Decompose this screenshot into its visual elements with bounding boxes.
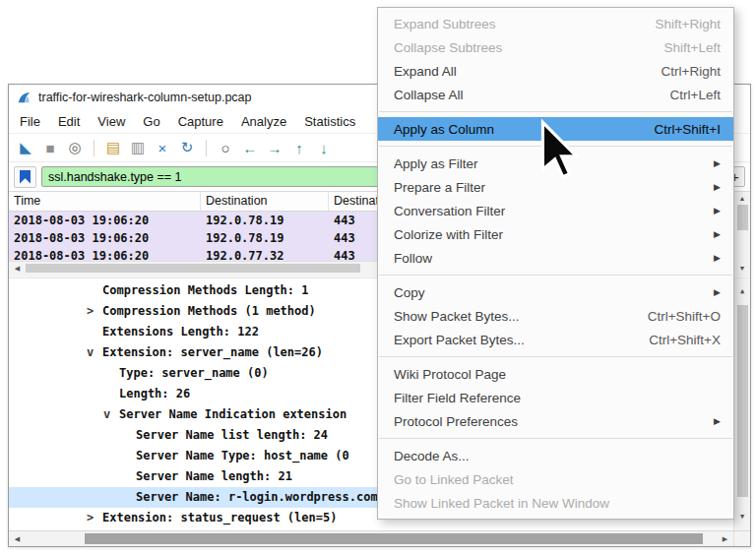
filter-bookmark-button[interactable] <box>14 166 36 188</box>
go-to-first-icon[interactable]: ↑ <box>288 137 310 158</box>
go-to-last-icon[interactable]: ↓ <box>313 137 335 158</box>
context-menu: Expand SubtreesShift+RightCollapse Subtr… <box>377 7 734 520</box>
menu-item-label: Decode As... <box>394 449 721 463</box>
submenu-arrow-icon: ▶ <box>714 287 721 297</box>
menu-separator <box>379 356 732 357</box>
menu-item-show-packet-bytes[interactable]: Show Packet Bytes...Ctrl+Shift+O <box>378 304 733 328</box>
detail-line-text: Extensions Length: 122 <box>102 325 259 339</box>
packet-list-vscrollbar[interactable]: ▲ ▼ <box>733 192 750 275</box>
menu-item-label: Protocol Preferences <box>394 414 704 429</box>
hscroll-thumb[interactable] <box>85 533 703 544</box>
cell-destination: 192.0.78.19 <box>201 229 329 247</box>
menu-separator <box>379 438 732 439</box>
menu-item-filter-field-reference[interactable]: Filter Field Reference <box>378 386 733 409</box>
scroll-up-icon[interactable]: ▲ <box>739 195 746 202</box>
stop-capture-icon[interactable]: ■ <box>39 137 61 158</box>
toolbar-separator <box>94 140 94 156</box>
detail-line-text: Extension: status_request (len=5) <box>102 511 337 524</box>
detail-line-text: Server Name: r-login.wordpress.com <box>136 490 378 504</box>
menubar-item-statistics[interactable]: Statistics <box>295 111 364 132</box>
detail-line-text: Extension: server_name (len=26) <box>102 345 323 359</box>
go-forward-icon[interactable]: → <box>264 137 285 158</box>
menu-item-conversation-filter[interactable]: Conversation Filter▶ <box>378 199 733 222</box>
reload-icon[interactable]: ↻ <box>176 137 198 158</box>
detail-line-text: Server Name Type: host_name (0 <box>136 449 349 462</box>
menu-item-expand-all[interactable]: Expand AllCtrl+Right <box>378 59 733 83</box>
hscroll-track[interactable] <box>26 531 717 546</box>
menubar-item-capture[interactable]: Capture <box>169 111 232 132</box>
menu-item-label: Go to Linked Packet <box>394 472 721 487</box>
menu-item-shortcut: Ctrl+Shift+X <box>649 333 721 347</box>
vscroll-thumb[interactable] <box>737 205 748 230</box>
open-file-icon[interactable]: ▤ <box>102 137 124 158</box>
menu-item-go-to-linked-packet: Go to Linked Packet <box>378 467 733 491</box>
menu-item-shortcut: Shift+Left <box>664 40 721 55</box>
menu-item-label: Wiki Protocol Page <box>394 367 721 382</box>
menu-item-export-packet-bytes[interactable]: Export Packet Bytes...Ctrl+Shift+X <box>378 328 733 351</box>
submenu-arrow-icon: ▶ <box>714 182 721 192</box>
window-title: traffic-for-wireshark-column-setup.pcap <box>38 91 252 104</box>
menu-item-label: Colorize with Filter <box>394 227 704 242</box>
scroll-up-icon[interactable]: ▲ <box>740 281 744 302</box>
menu-item-collapse-all[interactable]: Collapse AllCtrl+Left <box>378 83 733 106</box>
menu-separator <box>379 275 732 276</box>
menu-item-label: Collapse Subtrees <box>394 40 664 55</box>
detail-hscrollbar[interactable]: ◀ ▶ <box>9 530 750 546</box>
menubar-item-view[interactable]: View <box>89 111 134 132</box>
scroll-down-icon[interactable]: ▼ <box>739 265 746 272</box>
start-capture-icon[interactable]: ◣ <box>15 137 36 158</box>
scroll-left-icon[interactable]: ◀ <box>9 262 26 275</box>
menu-item-copy[interactable]: Copy▶ <box>378 280 733 304</box>
go-back-icon[interactable]: ← <box>239 137 261 158</box>
tree-expand-icon[interactable]: > <box>87 508 102 528</box>
menu-item-label: Filter Field Reference <box>394 391 721 405</box>
column-header-time[interactable]: Time <box>9 192 201 211</box>
scroll-left-icon[interactable]: ◀ <box>9 531 26 546</box>
detail-vscrollbar[interactable]: ▲ ▼ <box>733 278 750 530</box>
submenu-arrow-icon: ▶ <box>714 158 721 168</box>
menu-item-label: Apply as Column <box>394 122 654 137</box>
wireshark-icon <box>17 91 32 105</box>
close-file-icon[interactable]: × <box>152 137 173 158</box>
menu-item-label: Conversation Filter <box>394 204 704 218</box>
detail-line-text: Compression Methods (1 method) <box>102 304 316 318</box>
detail-line-text: Type: server_name (0) <box>119 366 269 380</box>
tree-collapse-icon[interactable]: v <box>103 404 119 425</box>
submenu-arrow-icon: ▶ <box>714 416 721 426</box>
menu-item-shortcut: Ctrl+Shift+O <box>648 309 721 324</box>
menu-item-decode-as[interactable]: Decode As... <box>378 444 733 467</box>
menu-item-label: Copy <box>394 285 704 300</box>
menu-item-shortcut: Ctrl+Left <box>670 88 721 102</box>
menu-item-wiki-protocol-page[interactable]: Wiki Protocol Page <box>378 362 733 386</box>
menu-item-collapse-subtrees: Collapse SubtreesShift+Left <box>378 35 733 59</box>
save-file-icon[interactable]: ▥ <box>127 137 149 158</box>
submenu-arrow-icon: ▶ <box>714 206 721 215</box>
scrollbar-corner <box>733 531 750 546</box>
tree-expand-icon[interactable]: > <box>87 301 102 322</box>
menubar-item-file[interactable]: File <box>11 111 49 132</box>
find-packet-icon[interactable]: ○ <box>215 137 236 158</box>
menu-item-protocol-preferences[interactable]: Protocol Preferences▶ <box>378 409 733 433</box>
menu-item-follow[interactable]: Follow▶ <box>378 246 733 270</box>
column-header-destination[interactable]: Destination <box>201 192 329 211</box>
menubar-item-edit[interactable]: Edit <box>49 111 89 132</box>
detail-line-text: Server Name length: 21 <box>136 469 292 483</box>
scroll-right-icon[interactable]: ▶ <box>717 531 733 546</box>
menu-item-shortcut: Ctrl+Shift+I <box>654 122 721 137</box>
detail-line-text: Length: 26 <box>119 387 190 400</box>
menu-item-label: Expand Subtrees <box>394 17 656 31</box>
menubar-item-go[interactable]: Go <box>134 111 168 132</box>
hscroll-thumb[interactable] <box>26 264 360 273</box>
detail-line-text: Server Name Indication extension <box>119 407 346 421</box>
capture-options-icon[interactable]: ◎ <box>64 137 86 158</box>
vscroll-thumb[interactable] <box>737 305 748 497</box>
cell-destination: 192.0.78.19 <box>201 212 329 229</box>
cell-time: 2018-08-03 19:06:20 <box>9 212 201 229</box>
scroll-down-icon[interactable]: ▼ <box>740 507 744 527</box>
menu-item-shortcut: Ctrl+Right <box>662 64 721 79</box>
tree-collapse-icon[interactable]: v <box>87 342 102 363</box>
menubar-item-analyze[interactable]: Analyze <box>232 111 295 132</box>
cell-time: 2018-08-03 19:06:20 <box>9 247 201 261</box>
menu-item-colorize-with-filter[interactable]: Colorize with Filter▶ <box>378 222 733 246</box>
menu-separator <box>379 111 732 112</box>
